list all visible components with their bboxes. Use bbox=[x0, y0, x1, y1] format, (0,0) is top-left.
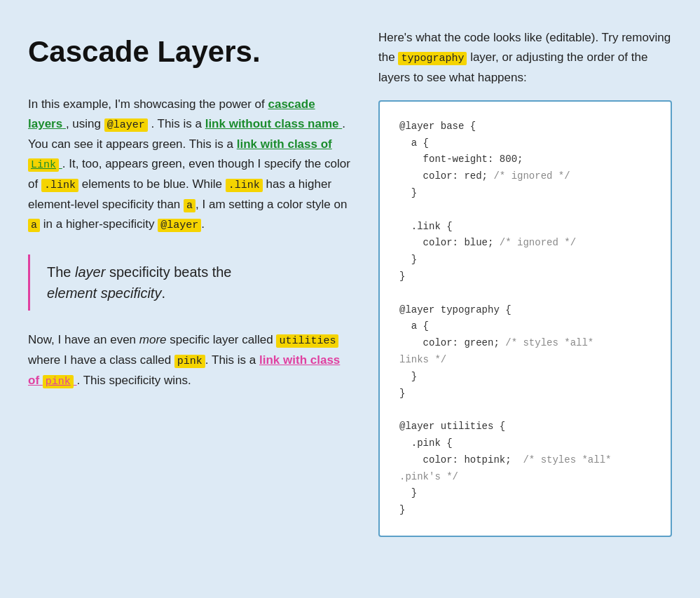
more-italic: more bbox=[139, 333, 167, 346]
pink-code: pink bbox=[174, 355, 205, 368]
page-layout: Cascade Layers. In this example, I'm sho… bbox=[28, 28, 672, 537]
layer-code-1: @layer bbox=[104, 118, 148, 132]
code-line-17: .pink { bbox=[399, 437, 453, 449]
code-line-20: } bbox=[399, 487, 417, 498]
code-line-2: a { bbox=[399, 137, 429, 149]
typography-highlight: typography bbox=[398, 52, 467, 65]
a-code-2: a bbox=[28, 219, 40, 232]
code-line-6: .link { bbox=[399, 221, 453, 232]
code-line-19: .pink's */ bbox=[399, 471, 458, 482]
after-layer: . This is a bbox=[151, 117, 201, 130]
code-line-1: @layer base { bbox=[399, 121, 476, 132]
code-line-10: @layer typography { bbox=[399, 304, 512, 315]
code-line-12: color: green; /* styles *all* bbox=[399, 337, 593, 348]
code-line-18: color: hotpink; /* styles *all* bbox=[399, 454, 611, 466]
period-1: . bbox=[201, 217, 205, 231]
blockquote-text: The layer specificity beats the element … bbox=[47, 261, 350, 304]
page-title: Cascade Layers. bbox=[28, 28, 350, 75]
link-code-1: .link bbox=[41, 179, 78, 192]
blockquote-italic-1: layer bbox=[75, 264, 105, 280]
code-line-15: } bbox=[399, 388, 405, 399]
second-paragraph: Now, I have an even more specific layer … bbox=[28, 330, 350, 390]
layer-code-2: @layer bbox=[158, 219, 201, 232]
intro-text-start: In this example, I'm showcasing the powe… bbox=[28, 97, 265, 111]
comma-text: , I am setting a color style on bbox=[195, 198, 347, 211]
right-description: Here's what the code looks like (editabl… bbox=[378, 28, 672, 88]
code-line-8: } bbox=[399, 254, 417, 265]
middle-text: elements to be blue. While bbox=[82, 177, 222, 191]
code-line-3: font-weight: 800; bbox=[399, 154, 523, 165]
blockquote: The layer specificity beats the element … bbox=[28, 254, 350, 311]
code-line-21: } bbox=[399, 504, 405, 515]
right-column: Here's what the code looks like (editabl… bbox=[378, 28, 672, 537]
a-code-1: a bbox=[184, 199, 195, 212]
link-no-class[interactable]: link without class name bbox=[205, 117, 343, 130]
using-text: , using bbox=[66, 117, 101, 130]
code-line-13: links */ bbox=[399, 354, 446, 365]
code-line-9: } bbox=[399, 271, 405, 282]
code-editor[interactable]: @layer base { a { font-weight: 800; colo… bbox=[378, 100, 672, 537]
code-line-4: color: red; /* ignored */ bbox=[399, 170, 570, 182]
code-line-16: @layer utilities { bbox=[399, 421, 505, 432]
link-code-2: .link bbox=[226, 179, 263, 192]
code-line-14: } bbox=[399, 371, 417, 382]
blockquote-italic-2: element specificity bbox=[47, 285, 161, 301]
link-class-code: Link bbox=[28, 158, 59, 172]
intro-paragraph: In this example, I'm showcasing the powe… bbox=[28, 95, 350, 235]
utilities-code: utilities bbox=[276, 334, 338, 348]
code-line-5: } bbox=[399, 187, 417, 198]
pink-highlight: pink bbox=[43, 375, 74, 388]
in-higher: in a higher-specificity bbox=[43, 217, 155, 231]
left-column: Cascade Layers. In this example, I'm sho… bbox=[28, 28, 350, 537]
code-line-7: color: blue; /* ignored */ bbox=[399, 237, 576, 248]
code-line-11: a { bbox=[399, 320, 429, 332]
